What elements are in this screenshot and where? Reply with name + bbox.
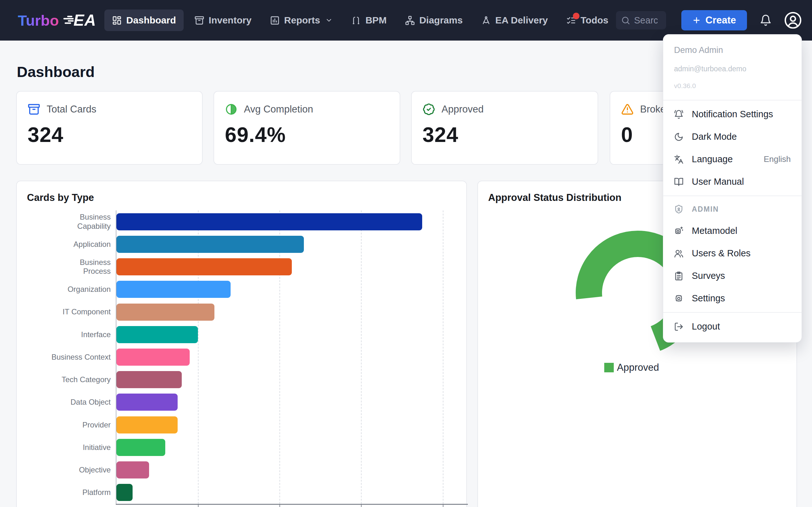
category-label: Business Context	[46, 346, 111, 368]
bar-row: Application	[116, 233, 467, 256]
user-email: admin@turboea.demo	[674, 65, 791, 73]
alert-triangle-icon	[621, 103, 634, 116]
nav-label: Inventory	[209, 15, 252, 26]
bar-tech-category[interactable]	[116, 371, 182, 388]
stat-label: Total Cards	[47, 104, 96, 115]
menu-item-notification-settings[interactable]: Notification Settings	[663, 103, 802, 125]
stat-card-approved: Approved 324	[411, 91, 598, 165]
legend-label: Approved	[617, 362, 659, 373]
bar-objective[interactable]	[116, 461, 149, 478]
menu-item-logout[interactable]: Logout	[663, 315, 802, 338]
menu-item-label: Metamodel	[692, 226, 737, 236]
nav-item-bpm[interactable]: BPM	[344, 9, 394, 31]
page-title: Dashboard	[17, 63, 95, 80]
search-icon	[621, 16, 630, 25]
menu-item-user-manual[interactable]: User Manual	[663, 170, 802, 193]
menu-item-dark-mode[interactable]: Dark Mode	[663, 125, 802, 148]
nav-label: Todos	[580, 15, 608, 26]
menu-item-label: Language	[692, 154, 733, 164]
stat-value: 324	[28, 123, 191, 147]
menu-item-metamodel[interactable]: Metamodel	[663, 220, 802, 242]
menu-item-label: Dark Mode	[692, 131, 737, 142]
nav-item-diagrams[interactable]: Diagrams	[397, 9, 470, 31]
user-avatar-button[interactable]	[784, 11, 802, 30]
divider	[663, 312, 802, 313]
bar-row: Tech Category	[116, 369, 467, 391]
user-circle-icon	[784, 11, 802, 30]
speed-lines-icon	[61, 14, 73, 26]
category-label: Objective	[46, 459, 111, 481]
category-label: Business Process	[46, 256, 111, 278]
log-out-icon	[674, 322, 683, 331]
bar-provider[interactable]	[116, 416, 177, 434]
bar-business-process[interactable]	[116, 258, 292, 275]
axis-tick	[361, 505, 362, 507]
divider	[663, 195, 802, 196]
bar-interface[interactable]	[116, 326, 198, 343]
category-label: Provider	[46, 413, 111, 436]
create-button[interactable]: Create	[681, 10, 747, 31]
nav-label: Dashboard	[126, 15, 176, 26]
menu-item-language[interactable]: Language English	[663, 148, 802, 170]
navbar-right: Create	[616, 10, 802, 31]
category-label: Organization	[46, 278, 111, 301]
category-label: Business Capability	[46, 210, 111, 233]
bar-row: Initiative	[116, 436, 467, 458]
nav-label: Diagrams	[419, 15, 463, 26]
nav-label: BPM	[365, 15, 387, 26]
bar-row: Business Capability	[116, 210, 467, 233]
bar-business-context[interactable]	[116, 349, 190, 366]
nav-item-ea-delivery[interactable]: EA Delivery	[473, 9, 556, 31]
main-nav: Dashboard Inventory Reports BPM Diagrams…	[104, 9, 616, 31]
axis-tick	[198, 505, 199, 507]
search-input[interactable]	[634, 15, 658, 26]
bar-row: Business Context	[116, 346, 467, 368]
bar-row: Provider	[116, 413, 467, 436]
bar-row: Data Object	[116, 391, 467, 413]
chart-title: Cards by Type	[27, 192, 94, 204]
user-dropdown-header: Demo Admin admin@turboea.demo v0.36.0	[663, 43, 802, 97]
axis-tick	[280, 505, 280, 507]
stat-value: 69.4%	[225, 123, 389, 147]
nav-label: Reports	[284, 15, 320, 26]
bar-initiative[interactable]	[116, 439, 165, 456]
create-button-label: Create	[705, 14, 736, 26]
legend-swatch	[604, 363, 614, 372]
pie-chart-icon	[225, 103, 238, 116]
category-label: Interface	[46, 323, 111, 346]
bar-application[interactable]	[116, 236, 304, 253]
stat-value: 324	[422, 123, 587, 147]
menu-item-users-roles[interactable]: Users & Roles	[663, 242, 802, 265]
category-label: Application	[46, 233, 111, 256]
x-axis-line	[116, 504, 468, 505]
user-name: Demo Admin	[674, 45, 791, 55]
network-icon	[405, 15, 415, 25]
nav-item-todos[interactable]: Todos	[559, 9, 616, 31]
moon-icon	[674, 132, 683, 142]
plus-icon	[692, 16, 701, 25]
bar-data-object[interactable]	[116, 394, 177, 411]
bar-row: Business Process	[116, 256, 467, 278]
users-icon	[674, 249, 683, 258]
legend-item-approved[interactable]: Approved	[604, 362, 659, 373]
nav-item-inventory[interactable]: Inventory	[187, 9, 259, 31]
nav-item-dashboard[interactable]: Dashboard	[104, 9, 184, 31]
app-logo[interactable]: Turbo EA	[18, 11, 96, 30]
stat-head: Avg Completion	[225, 103, 389, 116]
user-dropdown-menu: Demo Admin admin@turboea.demo v0.36.0 No…	[663, 34, 802, 343]
bar-organization[interactable]	[116, 281, 231, 298]
stat-label: Broke	[640, 104, 666, 115]
menu-item-settings[interactable]: Settings	[663, 287, 802, 309]
bar-business-capability[interactable]	[116, 213, 422, 230]
axis-tick	[443, 505, 444, 507]
nav-item-reports[interactable]: Reports	[262, 9, 340, 31]
clipboard-list-icon	[674, 271, 683, 281]
bar-it-component[interactable]	[116, 303, 214, 321]
cards-by-type-chart-card: Cards by Type Business CapabilityApplica…	[16, 181, 467, 507]
search-box[interactable]	[616, 11, 666, 30]
bar-platform[interactable]	[116, 484, 133, 501]
menu-item-surveys[interactable]: Surveys	[663, 265, 802, 287]
category-label: IT Component	[46, 301, 111, 323]
nav-label: EA Delivery	[496, 15, 548, 26]
notifications-button[interactable]	[760, 14, 772, 26]
